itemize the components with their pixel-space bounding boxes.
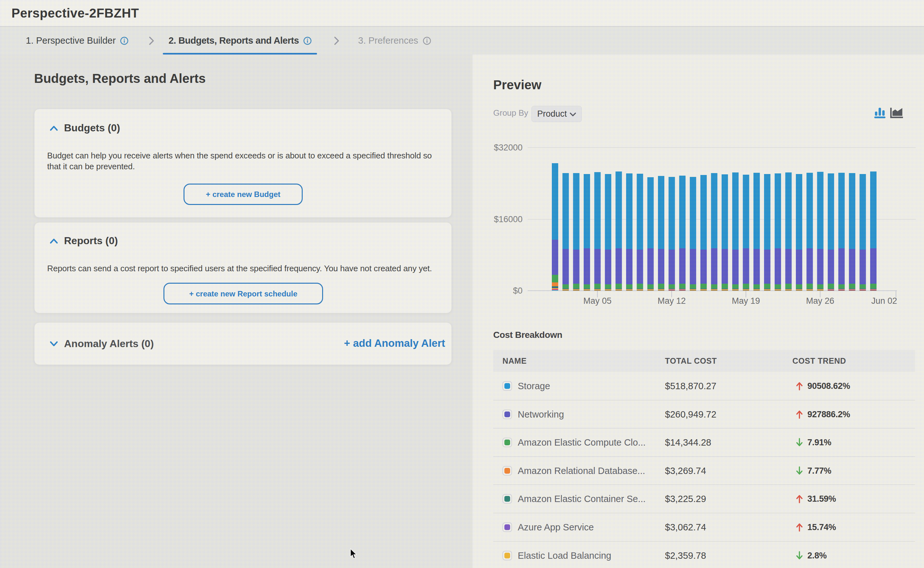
- svg-text:May 26: May 26: [806, 296, 835, 306]
- svg-text:May 19: May 19: [732, 296, 760, 306]
- svg-text:$32000: $32000: [494, 143, 523, 153]
- svg-text:$0: $0: [513, 286, 523, 296]
- svg-text:$16000: $16000: [494, 215, 523, 224]
- svg-text:Jun 02: Jun 02: [871, 296, 897, 306]
- svg-text:May 12: May 12: [658, 296, 686, 306]
- svg-text:May 05: May 05: [583, 296, 612, 306]
